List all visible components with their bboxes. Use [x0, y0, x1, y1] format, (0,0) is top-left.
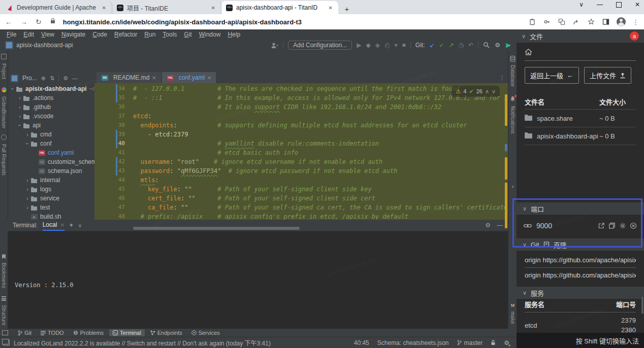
tree-item[interactable]: customize_schema: [8, 157, 94, 166]
browser-tab-project[interactable]: <t> 项目 - TitanIDE ✕: [112, 1, 221, 14]
expand-arrow-icon[interactable]: [24, 141, 30, 147]
file-row[interactable]: apisix-dashboard-api ~ 0 B: [525, 127, 636, 145]
lock-status-icon[interactable]: [491, 340, 496, 345]
project-selector[interactable]: apisix-dashboard-api: [5, 41, 73, 49]
locate-icon[interactable]: ⊕: [41, 75, 46, 82]
expand-collapse-icon[interactable]: ⇅: [50, 75, 54, 82]
chevron-down-icon[interactable]: ▾: [395, 42, 398, 49]
menu-item[interactable]: Code: [89, 31, 111, 38]
chevron-down-icon[interactable]: ∨: [78, 223, 82, 228]
tool-window-button-gideabrowser[interactable]: GideaBrowser: [1, 96, 7, 128]
tree-item[interactable]: test: [8, 203, 94, 212]
port-row[interactable]: 9000: [517, 218, 644, 233]
schema-indicator[interactable]: Schema: cheatsheets.json: [377, 339, 449, 346]
git-update-icon[interactable]: ↙: [430, 42, 435, 49]
editor-tab-readme[interactable]: README.md ✕: [96, 72, 161, 83]
expand-arrow-icon[interactable]: [24, 186, 30, 192]
settings-gear-icon[interactable]: ⚙: [495, 42, 500, 49]
gear-icon[interactable]: ⚙: [63, 75, 68, 82]
tree-item[interactable]: conf: [8, 139, 94, 148]
tree-item[interactable]: logs: [8, 185, 94, 194]
menu-item[interactable]: Help: [224, 31, 244, 38]
menu-item[interactable]: Navigate: [58, 31, 89, 38]
tree-item[interactable]: apisix-dashboard-api ~/: [8, 84, 94, 93]
prev-issue-icon[interactable]: ∧: [485, 87, 489, 96]
close-icon[interactable]: ✕: [328, 5, 334, 11]
next-issue-icon[interactable]: ∨: [492, 87, 496, 96]
tool-window-button-bookmarks[interactable]: Bookmarks: [1, 263, 7, 288]
editor-marker-stripe[interactable]: [505, 83, 507, 230]
git-remote-row[interactable]: origin https://github.com/apache/apisix-…: [525, 253, 636, 268]
add-configuration-button[interactable]: Add Configuration...: [288, 41, 352, 50]
share-icon[interactable]: [572, 18, 581, 26]
tool-window-button-pull-requests[interactable]: Pull Requests: [1, 144, 7, 176]
files-section-header[interactable]: ∨ 文件 a: [517, 29, 644, 43]
tree-item[interactable]: service: [8, 194, 94, 203]
git-rollback-icon[interactable]: ↶: [468, 42, 473, 49]
coverage-icon[interactable]: ◈: [375, 42, 380, 49]
menu-item[interactable]: Edit: [20, 31, 38, 38]
close-icon[interactable]: ✕: [101, 5, 107, 11]
close-port-icon[interactable]: [630, 222, 637, 229]
gidea-browser-icon[interactable]: [2, 87, 7, 92]
hide-panel-icon[interactable]: —: [497, 222, 503, 229]
inspections-widget[interactable]: ⚠ 4 ✔ 26 ∧ ∨: [452, 86, 500, 97]
menu-item[interactable]: Run: [141, 31, 159, 38]
bookmarks-icon[interactable]: [2, 254, 6, 259]
tree-item[interactable]: internal: [8, 176, 94, 185]
copy-icon[interactable]: [608, 222, 616, 229]
gear-icon[interactable]: ⚙: [485, 222, 491, 229]
project-tool-window-icon[interactable]: [1, 54, 7, 59]
run-icon[interactable]: ▶: [357, 42, 361, 49]
maximize-icon[interactable]: [616, 2, 622, 8]
notifications-icon[interactable]: [510, 96, 516, 102]
tree-item[interactable]: .vscode: [8, 112, 94, 121]
expand-arrow-icon[interactable]: [17, 104, 23, 110]
git-remote-row[interactable]: origin https://github.com/apache/apisix-…: [525, 268, 636, 283]
ports-section-header[interactable]: ∨ 端口: [517, 202, 644, 215]
port-settings-gear-icon[interactable]: [619, 222, 626, 229]
stop-icon[interactable]: ■: [402, 42, 406, 49]
side-panel-icon[interactable]: [602, 18, 610, 26]
tool-window-button-endpoints[interactable]: Endpoints: [147, 329, 186, 336]
expand-arrow-icon[interactable]: [17, 95, 23, 101]
expand-arrow-icon[interactable]: [24, 214, 30, 220]
menu-item[interactable]: View: [38, 31, 58, 38]
make-icon[interactable]: M: [511, 303, 515, 308]
browser-tab-dev-guide[interactable]: Development Guide | Apache ✕: [3, 1, 112, 14]
new-terminal-icon[interactable]: +: [70, 222, 73, 229]
key-icon[interactable]: [543, 18, 551, 26]
git-history-icon[interactable]: ◷: [459, 42, 464, 49]
tool-window-button-git[interactable]: Git: [14, 329, 35, 336]
minimize-icon[interactable]: —: [597, 1, 603, 8]
expand-arrow-icon[interactable]: [32, 150, 38, 156]
close-icon[interactable]: ✕: [210, 5, 216, 11]
expand-arrow-icon[interactable]: [17, 113, 23, 119]
terminal-tab-local[interactable]: Local ✕: [43, 220, 65, 231]
expand-arrow-icon[interactable]: [17, 122, 23, 128]
tab-options-icon[interactable]: ⋮: [499, 75, 505, 81]
tree-item[interactable]: schema.json: [8, 166, 94, 176]
tree-item[interactable]: .actions: [8, 93, 94, 102]
git-branch-widget[interactable]: master: [457, 339, 483, 346]
structure-icon[interactable]: [2, 296, 6, 301]
expand-arrow-icon[interactable]: [32, 168, 38, 174]
menu-item[interactable]: Tools: [159, 31, 180, 38]
tool-window-button-database[interactable]: Database: [510, 65, 516, 87]
debug-icon[interactable]: ◆: [366, 42, 371, 49]
ide-assistant-icon[interactable]: [505, 42, 511, 49]
close-icon[interactable]: ✕: [152, 75, 156, 81]
close-window-icon[interactable]: ✕: [635, 1, 640, 8]
code-editor[interactable]: ⚠ 4 ✔ 26 ∧ ∨ 34# - 127.0.0.1 # The rules…: [94, 83, 508, 231]
translate-icon[interactable]: [558, 18, 566, 26]
user-icon[interactable]: [270, 42, 278, 49]
tool-window-button-todo[interactable]: TODO: [37, 329, 68, 336]
url-text[interactable]: hongxi.titanide.cn/ide/web/coding/apisix…: [63, 18, 520, 26]
home-icon[interactable]: [525, 49, 636, 55]
open-in-browser-icon[interactable]: [598, 222, 605, 229]
expand-arrow-icon[interactable]: [24, 204, 30, 211]
tree-item[interactable]: conf.yaml: [8, 148, 94, 157]
status-gear-icon[interactable]: ⚙: [504, 339, 509, 346]
browser-tab-ide[interactable]: <t> apisix-dashboard-api - TitanID ✕: [221, 1, 338, 14]
profiler-icon[interactable]: ◴: [384, 42, 390, 49]
